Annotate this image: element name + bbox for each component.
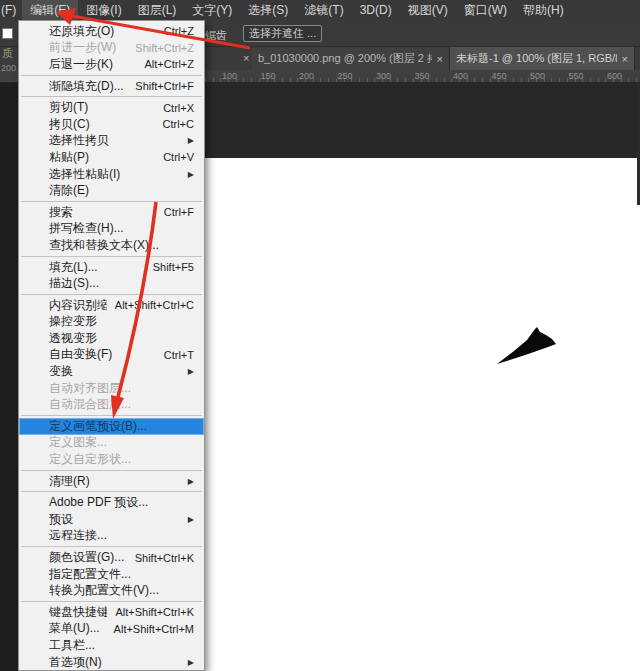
edit-menu-item[interactable]: Adobe PDF 预设... bbox=[19, 494, 204, 511]
edit-menu-item[interactable]: 搜索Ctrl+F bbox=[19, 204, 204, 221]
edit-menu-item[interactable]: 透视变形 bbox=[19, 330, 204, 347]
menubar-item[interactable]: 文字(Y) bbox=[184, 0, 240, 20]
ruler-number: 600 bbox=[607, 71, 622, 81]
menu-item-label: 填充(L)... bbox=[49, 259, 98, 276]
tab-title: 未标题-1 @ 100% (图层 1, RGB/8... bbox=[456, 51, 617, 66]
edit-menu-item[interactable]: 变换▶ bbox=[19, 363, 204, 380]
edit-menu-item[interactable]: 剪切(T)Ctrl+X bbox=[19, 99, 204, 116]
edit-menu-item[interactable]: 指定配置文件... bbox=[19, 566, 204, 583]
menu-item-shortcut: Ctrl+F bbox=[156, 206, 194, 218]
select-and-mask-button[interactable]: 选择并遮住 ... bbox=[243, 25, 322, 42]
menu-separator bbox=[21, 601, 202, 602]
close-icon[interactable]: × bbox=[622, 53, 628, 65]
edit-menu-item[interactable]: 粘贴(P)Ctrl+V bbox=[19, 149, 204, 166]
edit-menu-item[interactable]: 内容识别缩放Alt+Shift+Ctrl+C bbox=[19, 297, 204, 314]
edit-menu-item[interactable]: 拼写检查(H)... bbox=[19, 221, 204, 238]
menu-item-label: 自动混合图层... bbox=[49, 396, 131, 413]
menubar-item[interactable]: 3D(D) bbox=[352, 0, 400, 20]
edit-menu-item[interactable]: 描边(S)... bbox=[19, 275, 204, 292]
menu-separator bbox=[21, 294, 202, 295]
edit-menu-item[interactable]: 远程连接... bbox=[19, 528, 204, 545]
ruler-number: 200 bbox=[299, 71, 314, 81]
edit-menu-dropdown: 还原填充(O)Ctrl+Z前进一步(W)Shift+Ctrl+Z后退一步(K)A… bbox=[18, 20, 205, 671]
edit-menu-item[interactable]: 清除(E) bbox=[19, 182, 204, 199]
menu-item-shortcut: Ctrl+C bbox=[155, 118, 194, 130]
edit-menu-item[interactable]: 预设▶ bbox=[19, 511, 204, 528]
edit-menu-item[interactable]: 菜单(U)...Alt+Shift+Ctrl+M bbox=[19, 621, 204, 638]
menu-item-label: 剪切(T) bbox=[49, 99, 88, 116]
document-tab-active[interactable]: 未标题-1 @ 100% (图层 1, RGB/8...× bbox=[450, 47, 635, 70]
menu-item-label: 拷贝(C) bbox=[49, 116, 90, 133]
edit-menu-item[interactable]: 操控变形 bbox=[19, 314, 204, 331]
menu-item-shortcut: Shift+Ctrl+K bbox=[127, 552, 194, 564]
tab-title: b_01030000.png @ 200% (图层 2 拷贝 5, RGB/8.… bbox=[258, 51, 432, 66]
menu-item-shortcut: Ctrl+V bbox=[155, 151, 194, 163]
menubar-item[interactable]: 窗口(W) bbox=[456, 0, 515, 20]
menubar-item[interactable]: 视图(V) bbox=[400, 0, 456, 20]
canvas-white-area[interactable] bbox=[205, 158, 640, 671]
menubar-item[interactable]: 滤镜(T) bbox=[296, 0, 351, 20]
edit-menu-item[interactable]: 键盘快捷键...Alt+Shift+Ctrl+K bbox=[19, 604, 204, 621]
menu-item-shortcut: Shift+Ctrl+Z bbox=[127, 42, 194, 54]
menu-item-label: 首选项(N) bbox=[49, 654, 102, 671]
menu-separator bbox=[21, 201, 202, 202]
menu-item-label: 颜色设置(G)... bbox=[49, 549, 124, 566]
menu-item-label: 清理(R) bbox=[49, 473, 90, 490]
menu-item-label: 后退一步(K) bbox=[49, 56, 113, 73]
menu-item-label: 描边(S)... bbox=[49, 275, 99, 292]
edit-menu-item[interactable]: 选择性拷贝▶ bbox=[19, 133, 204, 150]
edit-menu-item[interactable]: 还原填充(O)Ctrl+Z bbox=[19, 23, 204, 40]
menu-item-label: 拼写检查(H)... bbox=[49, 220, 124, 237]
menu-item-label: 前进一步(W) bbox=[49, 39, 116, 56]
edit-menu-item[interactable]: 工具栏... bbox=[19, 637, 204, 654]
menubar-item[interactable]: 选择(S) bbox=[240, 0, 296, 20]
menu-separator bbox=[21, 75, 202, 76]
submenu-arrow-icon: ▶ bbox=[188, 477, 194, 486]
edit-menu-item[interactable]: 后退一步(K)Alt+Ctrl+Z bbox=[19, 56, 204, 73]
close-icon[interactable]: × bbox=[437, 53, 443, 65]
menu-item-label: 远程连接... bbox=[49, 527, 107, 544]
edit-menu-item[interactable]: 颜色设置(G)...Shift+Ctrl+K bbox=[19, 549, 204, 566]
menu-item-label: 自由变换(F) bbox=[49, 346, 112, 363]
covered-ruler-fragment: 200 bbox=[1, 63, 16, 73]
edit-menu-item[interactable]: 自由变换(F)Ctrl+T bbox=[19, 347, 204, 364]
menu-separator bbox=[21, 256, 202, 257]
menu-separator bbox=[21, 491, 202, 492]
edit-menu-item[interactable]: 选择性粘贴(I)▶ bbox=[19, 166, 204, 183]
menubar-item[interactable]: 帮助(H) bbox=[515, 0, 572, 20]
edit-menu-item: 定义自定形状... bbox=[19, 451, 204, 468]
edit-menu-item[interactable]: 填充(L)...Shift+F5 bbox=[19, 259, 204, 276]
menu-item-label: 操控变形 bbox=[49, 313, 97, 330]
ruler-number: 100 bbox=[222, 71, 237, 81]
menu-bar: (F)编辑(E)图像(I)图层(L)文字(Y)选择(S)滤镜(T)3D(D)视图… bbox=[0, 0, 640, 20]
edit-menu-item: 自动对齐图层... bbox=[19, 380, 204, 397]
ruler-number: 150 bbox=[261, 71, 276, 81]
edit-menu-item: 定义图案... bbox=[19, 435, 204, 452]
menu-item-label: 查找和替换文本(X)... bbox=[49, 237, 159, 254]
menu-item-label: 菜单(U)... bbox=[49, 620, 100, 637]
ruler-number: 300 bbox=[376, 71, 391, 81]
document-tab[interactable]: b_01030000.png @ 200% (图层 2 拷贝 5, RGB/8.… bbox=[252, 47, 450, 70]
close-icon[interactable]: × bbox=[243, 52, 249, 64]
menu-item-shortcut: Shift+F5 bbox=[145, 261, 194, 273]
edit-menu-item[interactable]: 转换为配置文件(V)... bbox=[19, 582, 204, 599]
menu-item-shortcut: Ctrl+X bbox=[155, 102, 194, 114]
brush-preview-swatch bbox=[3, 29, 12, 38]
edit-menu-item[interactable]: 渐隐填充(D)...Shift+Ctrl+F bbox=[19, 78, 204, 95]
edit-menu-item[interactable]: 首选项(N)▶ bbox=[19, 654, 204, 671]
menu-item-label: 透视变形 bbox=[49, 330, 97, 347]
menubar-item[interactable]: 图层(L) bbox=[130, 0, 185, 20]
menu-separator bbox=[21, 470, 202, 471]
menubar-item[interactable]: 图像(I) bbox=[78, 0, 129, 20]
menu-separator bbox=[21, 96, 202, 97]
edit-menu-item[interactable]: 查找和替换文本(X)... bbox=[19, 237, 204, 254]
edit-menu-item[interactable]: 清理(R)▶ bbox=[19, 473, 204, 490]
menubar-item[interactable]: (F) bbox=[0, 0, 22, 20]
edit-menu-item[interactable]: 定义画笔预设(B)... bbox=[19, 418, 204, 435]
edit-menu-item[interactable]: 拷贝(C)Ctrl+C bbox=[19, 116, 204, 133]
menubar-item[interactable]: 编辑(E) bbox=[22, 0, 78, 20]
submenu-arrow-icon: ▶ bbox=[188, 658, 194, 667]
antialias-label-fragment: 锯齿 bbox=[205, 28, 227, 43]
menu-item-label: 定义自定形状... bbox=[49, 451, 131, 468]
menu-item-label: 还原填充(O) bbox=[49, 23, 114, 40]
